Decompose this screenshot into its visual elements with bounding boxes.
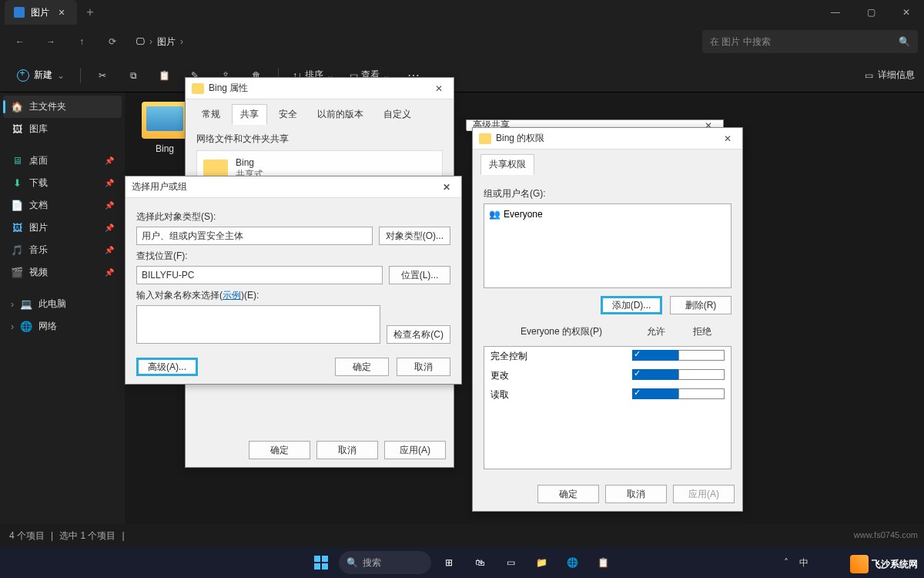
close-icon[interactable]: ✕: [430, 83, 447, 94]
dialog-titlebar[interactable]: 选择用户或组 ✕: [126, 176, 461, 198]
chevron-right-icon: ›: [180, 36, 183, 47]
cut-button[interactable]: ✂: [89, 63, 116, 88]
pin-icon: 📌: [105, 223, 114, 232]
ok-button[interactable]: 确定: [249, 441, 310, 459]
up-button[interactable]: ↑: [68, 29, 95, 54]
sidebar-item-videos[interactable]: 🎬视频📌: [3, 261, 122, 284]
details-button[interactable]: ▭ 详细信息: [865, 69, 915, 82]
lang-indicator[interactable]: 中: [799, 556, 808, 570]
brand-icon: [850, 555, 869, 573]
forward-button[interactable]: →: [37, 29, 65, 54]
app-icon[interactable]: 🛍: [467, 549, 493, 576]
ok-button[interactable]: 确定: [537, 485, 599, 503]
dialog-titlebar[interactable]: Bing 属性 ✕: [186, 78, 454, 99]
edge-icon[interactable]: 🌐: [559, 549, 585, 576]
back-button[interactable]: ←: [6, 29, 34, 54]
copy-button[interactable]: ⧉: [119, 63, 147, 88]
list-item[interactable]: 👥 Everyone: [489, 209, 726, 220]
svg-rect-1: [322, 556, 328, 562]
paste-button[interactable]: 📋: [150, 63, 178, 88]
music-icon: 🎵: [11, 244, 23, 257]
check-names-button[interactable]: 检查名称(C): [387, 325, 450, 344]
sidebar-item-desktop[interactable]: 🖥桌面📌: [3, 150, 122, 172]
separator: |: [122, 530, 124, 541]
tab-custom[interactable]: 自定义: [375, 104, 420, 125]
object-type-input[interactable]: [136, 227, 373, 245]
breadcrumb[interactable]: 🖵 › 图片 ›: [129, 35, 189, 49]
folder-icon: [479, 133, 491, 144]
sidebar-item-network[interactable]: ›🌐网络: [3, 315, 122, 338]
chevron-right-icon: ›: [11, 299, 14, 310]
cancel-button[interactable]: 取消: [397, 358, 450, 376]
object-name-input[interactable]: [136, 305, 380, 344]
sidebar-item-home[interactable]: 🏠主文件夹: [3, 96, 122, 118]
search-box[interactable]: 在 图片 中搜索 🔍: [702, 30, 918, 53]
chevron-up-icon[interactable]: ˄: [784, 557, 788, 568]
sidebar-item-documents[interactable]: 📄文档📌: [3, 194, 122, 217]
tab-security[interactable]: 安全: [270, 104, 306, 125]
tab-share-perm[interactable]: 共享权限: [480, 154, 534, 175]
location-label: 查找位置(F):: [136, 250, 450, 263]
apply-button[interactable]: 应用(A): [673, 485, 735, 503]
details-icon: ▭: [865, 70, 873, 81]
explorer-icon[interactable]: 📁: [528, 549, 554, 576]
dialog-footer: 确定 取消 应用(A): [186, 433, 454, 467]
sidebar-item-music[interactable]: 🎵音乐📌: [3, 239, 122, 261]
taskview-button[interactable]: ⊞: [436, 549, 462, 576]
deny-read-checkbox[interactable]: [678, 388, 725, 399]
tab-previous[interactable]: 以前的版本: [309, 104, 372, 125]
refresh-button[interactable]: ⟳: [99, 29, 126, 54]
start-button[interactable]: [308, 549, 334, 576]
tab-share[interactable]: 共享: [232, 104, 267, 125]
close-tab-icon[interactable]: ×: [55, 6, 68, 18]
app-icon[interactable]: 📋: [590, 549, 616, 576]
taskbar-search[interactable]: 🔍搜索: [339, 551, 431, 574]
allow-change-checkbox[interactable]: [632, 369, 678, 380]
plus-circle-icon: [17, 69, 29, 82]
sidebar-item-thispc[interactable]: ›💻此电脑: [3, 293, 122, 315]
add-button[interactable]: 添加(D)...: [601, 296, 662, 314]
dialog-title: Bing 的权限: [496, 132, 544, 145]
name-label: 输入对象名称来选择(示例)(E):: [136, 289, 450, 302]
apply-button[interactable]: 应用(A): [384, 441, 446, 459]
dialog-titlebar[interactable]: Bing 的权限 ✕: [473, 128, 742, 150]
deny-change-checkbox[interactable]: [678, 369, 725, 380]
sidebar-item-pictures[interactable]: 🖼图片📌: [3, 217, 122, 239]
cancel-button[interactable]: 取消: [605, 485, 667, 503]
new-button[interactable]: 新建 ⌄: [9, 66, 72, 85]
perm-row-read: 读取: [484, 385, 731, 405]
advanced-button[interactable]: 高级(A)...: [136, 358, 198, 376]
cancel-button[interactable]: 取消: [316, 441, 378, 459]
deny-full-checkbox[interactable]: [678, 350, 725, 361]
sidebar-item-downloads[interactable]: ⬇下载📌: [3, 172, 122, 194]
allow-read-checkbox[interactable]: [632, 388, 678, 399]
new-tab-button[interactable]: +: [77, 5, 102, 19]
allow-full-checkbox[interactable]: [632, 350, 678, 361]
chevron-right-icon: ›: [11, 321, 14, 332]
window-tab[interactable]: 图片 ×: [5, 0, 77, 25]
remove-button[interactable]: 删除(R): [670, 296, 732, 314]
separator: [80, 68, 81, 83]
sidebar-item-gallery[interactable]: 🖼图库: [3, 118, 122, 140]
ok-button[interactable]: 确定: [335, 358, 389, 376]
maximize-button[interactable]: ▢: [853, 0, 889, 25]
share-folder-name: Bing: [236, 157, 263, 168]
system-tray[interactable]: ˄ 中: [784, 547, 808, 578]
svg-rect-0: [314, 556, 320, 562]
close-button[interactable]: ✕: [889, 0, 924, 25]
monitor-icon: 🖵: [136, 36, 145, 47]
object-type-button[interactable]: 对象类型(O)...: [379, 227, 450, 245]
location-input[interactable]: [136, 266, 383, 284]
breadcrumb-item[interactable]: 图片: [157, 35, 176, 49]
location-button[interactable]: 位置(L)...: [389, 266, 450, 284]
close-icon[interactable]: ✕: [719, 133, 736, 144]
search-placeholder: 在 图片 中搜索: [710, 35, 771, 49]
app-icon[interactable]: ▭: [497, 549, 524, 576]
tab-general[interactable]: 常规: [193, 104, 229, 125]
users-list[interactable]: 👥 Everyone: [484, 203, 732, 288]
pictures-icon: 🖼: [11, 222, 23, 234]
example-link[interactable]: 示例: [223, 290, 241, 301]
pin-icon: 📌: [105, 268, 114, 277]
minimize-button[interactable]: —: [818, 0, 853, 25]
close-icon[interactable]: ✕: [438, 182, 455, 193]
